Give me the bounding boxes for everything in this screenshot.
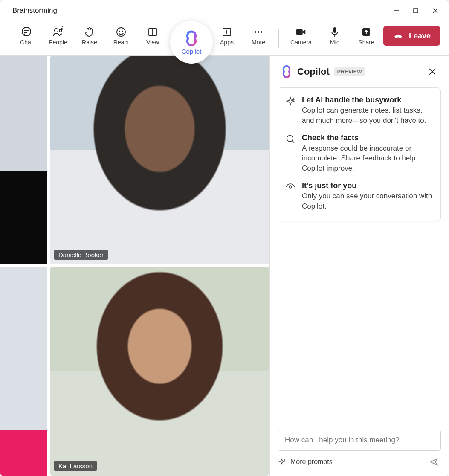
people-count-badge: 9	[61, 25, 64, 31]
svg-point-10	[119, 31, 120, 32]
block-body: A response could be inaccurate or incomp…	[302, 143, 433, 174]
video-tile[interactable]	[0, 56, 47, 264]
video-tile[interactable]: Kat Larsson	[50, 267, 269, 476]
share-label: Share	[358, 39, 374, 46]
copilot-icon	[183, 30, 200, 47]
video-tile[interactable]: Danielle Booker	[50, 56, 269, 264]
copilot-label: Copilot	[182, 48, 202, 55]
participant-video	[0, 56, 47, 264]
sparkle-icon	[286, 96, 296, 126]
toolbar-divider	[278, 29, 279, 48]
copilot-logo-icon	[280, 65, 293, 78]
title-bar: Brainstorming	[0, 0, 449, 21]
svg-point-9	[117, 28, 125, 36]
share-icon	[360, 26, 372, 38]
apps-icon	[221, 26, 233, 38]
apps-label: Apps	[220, 39, 234, 46]
camera-icon	[295, 26, 307, 38]
window-controls	[386, 2, 445, 19]
svg-point-18	[255, 31, 256, 33]
copilot-intro-block: Check the facts A response could be inac…	[286, 134, 433, 174]
people-icon: 9	[52, 26, 64, 38]
magnifier-icon	[286, 134, 296, 174]
copilot-intro-card: Let AI handle the busywork Copilot can g…	[278, 87, 441, 221]
chat-button[interactable]: Chat	[11, 23, 42, 46]
view-label: View	[146, 39, 159, 46]
svg-point-19	[258, 31, 259, 33]
copilot-panel: Copilot PREVIEW Let AI handle the busywo…	[269, 56, 449, 476]
copilot-button[interactable]: Copilot	[170, 21, 213, 64]
chat-label: Chat	[20, 39, 33, 46]
svg-line-28	[292, 141, 294, 142]
camera-button[interactable]: Camera	[283, 23, 319, 46]
raise-hand-button[interactable]: Raise	[74, 23, 105, 46]
more-button[interactable]: More	[243, 23, 274, 46]
react-label: React	[113, 39, 129, 46]
people-label: People	[49, 39, 67, 46]
more-prompts-label: More prompts	[290, 458, 333, 466]
copilot-close-button[interactable]	[426, 66, 438, 78]
svg-rect-1	[414, 9, 418, 13]
video-tile[interactable]	[0, 267, 47, 476]
camera-label: Camera	[290, 39, 312, 46]
block-heading: Let AI handle the busywork	[302, 96, 433, 104]
block-heading: It's just for you	[302, 181, 433, 190]
svg-point-4	[22, 27, 31, 36]
leave-label: Leave	[409, 32, 431, 41]
meeting-toolbar: Chat 9 People Raise React View Apps	[0, 21, 449, 56]
svg-point-31	[289, 186, 292, 188]
close-icon	[429, 68, 436, 75]
block-body: Copilot can generate notes, list tasks, …	[302, 105, 433, 126]
video-grid: Danielle Booker Kat Larsson	[0, 56, 269, 476]
meeting-body: Danielle Booker Kat Larsson Copilot PREV…	[0, 56, 449, 476]
svg-point-7	[55, 29, 58, 32]
leave-button[interactable]: Leave	[383, 26, 440, 46]
window-title: Brainstorming	[12, 6, 386, 15]
copilot-panel-header: Copilot PREVIEW	[270, 56, 449, 82]
raise-hand-label: Raise	[82, 39, 97, 46]
minimize-button[interactable]	[386, 2, 406, 19]
send-icon	[429, 457, 439, 467]
more-icon	[252, 26, 264, 38]
svg-rect-21	[296, 29, 303, 35]
close-window-button[interactable]	[426, 2, 445, 19]
copilot-input-wrap	[270, 430, 449, 451]
copilot-preview-badge: PREVIEW	[334, 67, 365, 76]
maximize-button[interactable]	[406, 2, 426, 19]
more-prompts-button[interactable]: More prompts	[278, 458, 333, 466]
send-button[interactable]	[428, 456, 440, 468]
copilot-intro-block: It's just for you Only you can see your …	[286, 181, 433, 212]
apps-button[interactable]: Apps	[211, 23, 243, 46]
participant-video	[50, 267, 269, 476]
svg-rect-22	[333, 27, 336, 33]
block-heading: Check the facts	[302, 134, 433, 142]
mic-button[interactable]: Mic	[319, 23, 351, 46]
view-icon	[147, 26, 159, 38]
mic-icon	[329, 26, 341, 38]
react-icon	[115, 26, 127, 38]
participant-video	[50, 56, 269, 264]
copilot-footer: More prompts	[270, 451, 449, 476]
phone-hangup-icon	[393, 30, 404, 41]
svg-point-30	[290, 139, 290, 140]
participant-name-tag: Danielle Booker	[54, 250, 108, 260]
react-button[interactable]: React	[105, 23, 137, 46]
copilot-input[interactable]	[278, 430, 441, 451]
more-label: More	[252, 39, 265, 46]
raise-hand-icon	[84, 26, 96, 38]
chat-icon	[20, 26, 32, 38]
view-button[interactable]: View	[137, 23, 168, 46]
participant-video	[0, 267, 47, 476]
mic-label: Mic	[330, 39, 339, 46]
eye-icon	[286, 181, 296, 212]
share-button[interactable]: Share	[351, 23, 382, 46]
block-body: Only you can see your conversation with …	[302, 191, 433, 212]
svg-point-20	[261, 31, 262, 33]
copilot-intro-block: Let AI handle the busywork Copilot can g…	[286, 96, 433, 126]
copilot-panel-title: Copilot	[297, 66, 330, 77]
svg-point-11	[122, 31, 123, 32]
people-button[interactable]: 9 People	[42, 23, 74, 46]
participant-name-tag: Kat Larsson	[54, 461, 97, 471]
sparkle-icon	[278, 458, 286, 466]
